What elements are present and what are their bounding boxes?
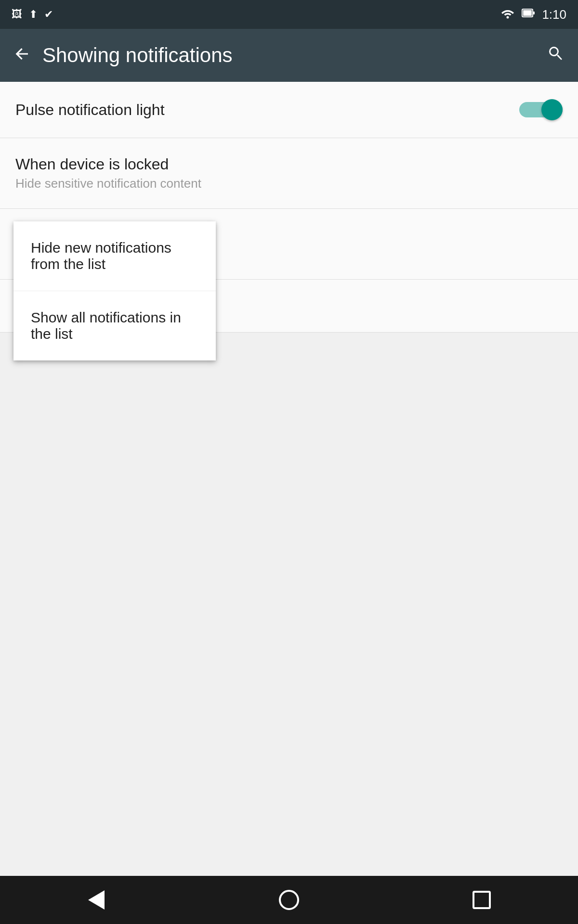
status-bar-right: 1:10 [500, 7, 566, 22]
upload-icon: ⬆ [29, 8, 38, 21]
nav-recent-icon [473, 891, 491, 909]
dropdown-show-all[interactable]: Show all notifications in the list [13, 291, 216, 360]
wifi-icon [500, 7, 515, 22]
tasks-icon: ✔ [44, 8, 53, 21]
status-time: 1:10 [542, 7, 566, 22]
nav-back-button[interactable] [77, 886, 116, 914]
search-button[interactable] [547, 45, 565, 66]
back-button[interactable] [13, 45, 31, 65]
svg-rect-2 [523, 10, 532, 16]
dropdown-backdrop[interactable] [0, 82, 578, 876]
nav-recent-button[interactable] [462, 886, 501, 914]
svg-rect-3 [533, 12, 535, 14]
nav-back-icon [88, 890, 105, 910]
nav-home-button[interactable] [270, 886, 308, 914]
app-bar-left: Showing notifications [13, 44, 233, 67]
svg-point-0 [507, 16, 509, 19]
battery-icon [522, 7, 535, 22]
app-bar: Showing notifications [0, 29, 578, 82]
page-title: Showing notifications [42, 44, 233, 67]
dropdown-hide-new[interactable]: Hide new notifications from the list [13, 221, 216, 291]
image-icon: 🖼 [12, 8, 22, 21]
dropdown-menu: Hide new notifications from the list Sho… [13, 221, 216, 360]
status-bar: 🖼 ⬆ ✔ 1:10 [0, 0, 578, 29]
status-bar-icons: 🖼 ⬆ ✔ [12, 8, 53, 21]
nav-home-icon [279, 890, 299, 910]
nav-bar [0, 876, 578, 924]
